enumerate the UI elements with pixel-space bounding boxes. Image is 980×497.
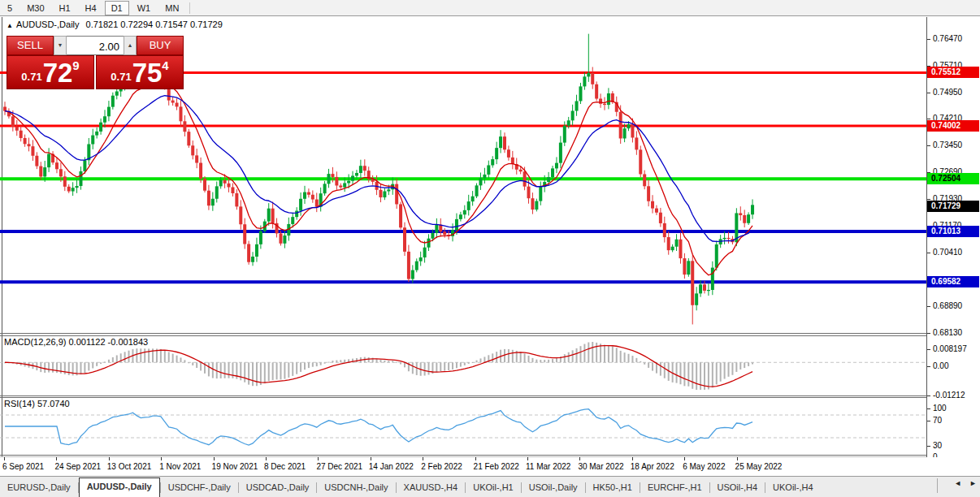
date-label: 19 Nov 2021: [212, 462, 258, 471]
indicator-tick-label: 70: [933, 416, 942, 425]
date-tick-mark: [684, 457, 685, 460]
sell-price-big: 72: [43, 59, 73, 86]
toolbar-divider: [189, 2, 190, 14]
symbol-tab-usoil-h4[interactable]: USOil-,H4: [710, 479, 765, 497]
date-label: 18 Apr 2022: [631, 462, 674, 471]
buy-price-display[interactable]: 0.71 75 4: [96, 55, 184, 89]
one-click-trade-panel: SELL ▼ ▲ BUY 0.71 72 9 0.71 75 4: [7, 36, 184, 89]
tab-scroll-right-icon[interactable]: ►: [969, 479, 977, 487]
sell-button[interactable]: SELL: [7, 36, 54, 55]
tab-scroll-controls: ◄ ►: [954, 479, 977, 487]
buy-price-prefix: 0.71: [111, 71, 131, 83]
symbol-tab-ukoil-h4[interactable]: UKOil-,H4: [765, 479, 821, 497]
panel-separator: [0, 333, 980, 334]
date-tick-mark: [4, 457, 5, 460]
volume-stepper: ▼ ▲: [54, 36, 137, 55]
volume-input[interactable]: [67, 36, 124, 55]
symbol-tab-usdchf-daily[interactable]: USDCHF-,Daily: [161, 479, 238, 497]
sell-price-display[interactable]: 0.71 72 9: [7, 55, 94, 89]
price-tick-mark: [927, 93, 930, 93]
symbol-tab-usoil-daily[interactable]: USOil-,Daily: [522, 479, 585, 497]
price-tick-mark: [927, 306, 930, 307]
price-tick-label: 0.70410: [933, 248, 962, 257]
price-tick-label: 0.76470: [933, 34, 962, 43]
date-label: 24 Sep 2021: [54, 462, 101, 471]
chart-window: ▲AUDUSD-,Daily0.71821 0.72294 0.71547 0.…: [0, 17, 980, 476]
macd-indicator-label: MACD(12,26,9) 0.001122 -0.001843: [4, 337, 148, 347]
symbol-tab-usdcad-daily[interactable]: USDCAD-,Daily: [239, 479, 317, 497]
date-tick-mark: [423, 457, 423, 460]
indicator-tick-mark: [927, 446, 930, 447]
date-label: 8 Dec 2021: [264, 462, 306, 471]
indicator-tick-mark: [927, 421, 930, 421]
date-tick-mark: [371, 457, 371, 460]
sell-price-pip: 9: [72, 58, 79, 72]
symbol-tab-xauusd-h4[interactable]: XAUUSD-,H4: [397, 479, 466, 497]
date-tick-mark: [56, 457, 57, 460]
price-level-badge: 0.74002: [927, 120, 979, 132]
price-axis: 0.764700.757100.749500.742100.734500.726…: [926, 17, 980, 457]
indicator-tick-mark: [927, 395, 930, 396]
date-label: 14 Jan 2022: [369, 462, 414, 471]
date-label: 11 Mar 2022: [526, 462, 570, 471]
symbol-tab-bar: EURUSD-,DailyAUDUSD-,DailyUSDCHF-,DailyU…: [0, 476, 980, 497]
buy-price-pip: 4: [162, 58, 168, 72]
tab-scroll-left-icon[interactable]: ◄: [954, 479, 961, 487]
date-tick-mark: [527, 457, 528, 460]
date-tick-mark: [214, 457, 215, 460]
symbol-tab-eurchf-h1[interactable]: EURCHF-,H1: [640, 479, 709, 497]
symbol-tab-usdcnh-daily[interactable]: USDCNH-,Daily: [317, 479, 395, 497]
symbol-tab-eurusd-daily[interactable]: EURUSD-,Daily: [0, 479, 78, 497]
date-label: 27 Dec 2021: [316, 462, 362, 471]
macd-histogram: [4, 342, 753, 390]
date-label: 21 Feb 2022: [474, 462, 519, 471]
symbol-tab-audusd-daily[interactable]: AUDUSD-,Daily: [79, 478, 160, 497]
indicator-tick-mark: [927, 408, 930, 409]
indicator-tick-label: 0.008197: [933, 344, 967, 353]
symbol-tab-hk50-h1[interactable]: HK50-,H1: [586, 479, 640, 497]
date-label: 25 May 2022: [735, 462, 783, 471]
price-tick-label: 0.68130: [933, 328, 962, 337]
rsi-indicator-label: RSI(14) 57.0740: [4, 399, 70, 408]
timeframe-button-mn[interactable]: MN: [158, 1, 185, 15]
mt4-terminal: 5M30H1H4D1W1MN ▲AUDUSD-,Daily0.71821 0.7…: [0, 0, 980, 497]
rsi-line: [5, 409, 752, 445]
date-tick-mark: [266, 457, 267, 460]
price-level-badge: 0.71013: [927, 226, 979, 237]
date-tick-mark: [475, 457, 476, 460]
price-tick-mark: [927, 39, 930, 40]
price-level-badge: 0.69582: [927, 276, 979, 287]
volume-increase-button[interactable]: ▲: [124, 36, 137, 55]
tab-bar-divider: [937, 478, 938, 493]
buy-button[interactable]: BUY: [137, 36, 184, 55]
date-tick-mark: [632, 457, 633, 460]
timeframe-button-5[interactable]: 5: [1, 1, 19, 15]
indicator-tick-mark: [927, 349, 930, 350]
timeframe-button-m30[interactable]: M30: [20, 1, 50, 15]
panel-separator: [0, 395, 980, 396]
price-tick-mark: [927, 333, 930, 334]
price-tick-mark: [927, 119, 930, 119]
price-level-badge: 0.75512: [927, 67, 979, 78]
rsi-panel-canvas[interactable]: [0, 398, 926, 455]
date-label: 2 Feb 2022: [421, 462, 462, 471]
timeframe-button-h1[interactable]: H1: [53, 1, 77, 15]
timeframe-button-h4[interactable]: H4: [79, 1, 103, 15]
price-tick-label: 0.74950: [933, 88, 962, 97]
timeframe-button-d1[interactable]: D1: [105, 1, 129, 15]
panel-separator: [0, 455, 980, 456]
horizontal-level-lines: [0, 72, 926, 282]
timeframe-button-w1[interactable]: W1: [131, 1, 158, 15]
indicator-tick-label: 30: [933, 441, 942, 450]
date-axis[interactable]: 6 Sep 202124 Sep 202113 Oct 20211 Nov 20…: [0, 457, 980, 476]
price-level-badge: 0.72504: [927, 173, 979, 184]
sell-price-prefix: 0.71: [21, 71, 41, 83]
symbol-tab-ukoil-h1[interactable]: UKOil-,H1: [466, 479, 521, 497]
price-tick-label: 0.73450: [933, 140, 962, 149]
date-label: 6 May 2022: [683, 462, 725, 471]
date-tick-mark: [579, 457, 580, 460]
buy-price-big: 75: [132, 59, 163, 86]
volume-decrease-button[interactable]: ▼: [54, 36, 67, 55]
price-level-badge: 0.71729: [927, 201, 979, 212]
indicator-tick-label: 0.00: [933, 361, 948, 370]
